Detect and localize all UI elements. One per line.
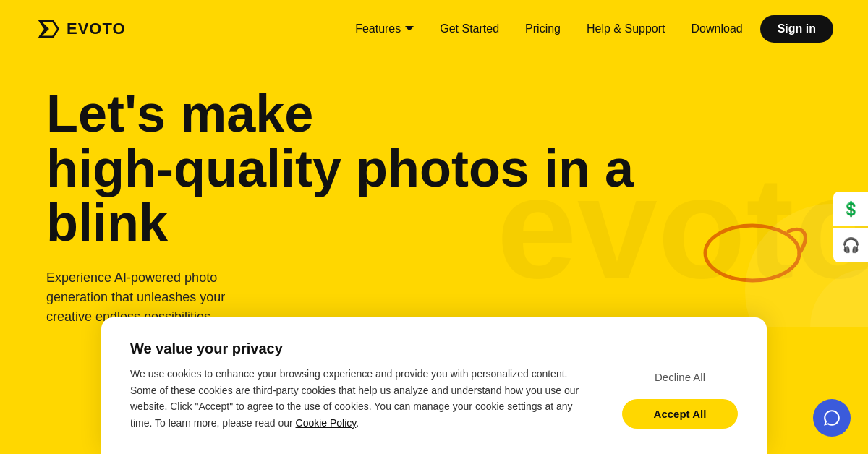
cookie-content: We value your privacy We use cookies to … xyxy=(130,340,587,431)
svg-point-3 xyxy=(810,269,868,327)
nav-item-help[interactable]: Help & Support xyxy=(587,22,665,35)
accept-all-button[interactable]: Accept All xyxy=(622,399,738,429)
orange-scribble-decoration xyxy=(694,217,810,289)
nav-item-pricing[interactable]: Pricing xyxy=(525,22,561,35)
hero-title: Let's make high-quality photos in a blin… xyxy=(46,87,697,251)
pricing-side-button[interactable]: 💲 xyxy=(833,192,868,226)
logo-icon xyxy=(35,16,61,42)
svg-point-1 xyxy=(705,226,799,280)
nav-item-download[interactable]: Download xyxy=(692,22,743,35)
chat-bubble-button[interactable] xyxy=(813,399,851,437)
hero-title-line1: Let's make xyxy=(46,85,313,142)
hero-section: evoto Let's make high-quality photos in … xyxy=(0,58,868,327)
cookie-actions: Decline All Accept All xyxy=(622,340,738,429)
logo-link[interactable]: EVOTO xyxy=(35,16,126,42)
side-buttons-panel: 💲 🎧 xyxy=(833,192,868,262)
nav-links: Features Get Started Pricing Help & Supp… xyxy=(355,22,743,35)
cookie-body-text: We use cookies to enhance your browsing … xyxy=(130,366,587,431)
support-side-button[interactable]: 🎧 xyxy=(833,228,868,262)
signin-button[interactable]: Sign in xyxy=(760,15,833,43)
cookie-banner: We value your privacy We use cookies to … xyxy=(101,317,767,454)
chat-icon xyxy=(822,408,841,427)
logo-text: EVOTO xyxy=(67,20,126,38)
headphones-icon: 🎧 xyxy=(842,236,860,254)
nav-item-features[interactable]: Features xyxy=(355,22,414,35)
hero-title-line2: high-quality photos in a blink xyxy=(46,140,634,252)
chevron-down-icon xyxy=(405,26,414,32)
features-link[interactable]: Features xyxy=(355,22,414,35)
help-support-link[interactable]: Help & Support xyxy=(587,22,665,35)
dollar-icon: 💲 xyxy=(842,200,860,218)
navbar: EVOTO Features Get Started Pricing Help … xyxy=(0,0,868,58)
pricing-link[interactable]: Pricing xyxy=(525,22,561,35)
download-link[interactable]: Download xyxy=(692,22,743,35)
cookie-title: We value your privacy xyxy=(130,340,587,357)
decline-all-button[interactable]: Decline All xyxy=(622,364,738,390)
get-started-link[interactable]: Get Started xyxy=(440,22,499,35)
nav-item-get-started[interactable]: Get Started xyxy=(440,22,499,35)
cookie-policy-link[interactable]: Cookie Policy xyxy=(296,417,357,429)
